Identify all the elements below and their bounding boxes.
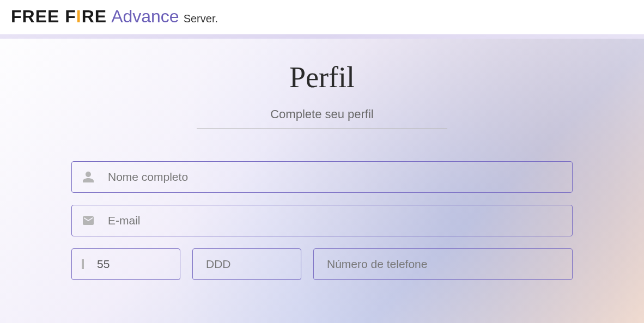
banner-strip [0, 34, 644, 39]
email-input[interactable] [108, 205, 562, 236]
page-title: Perfil [0, 60, 644, 94]
page-subtitle: Complete seu perfil [0, 107, 644, 121]
flag-icon [82, 259, 84, 269]
profile-form [71, 161, 573, 280]
email-field-wrap[interactable] [71, 205, 573, 236]
logo-freefire: FREE FIRE [11, 7, 107, 27]
name-input[interactable] [108, 162, 562, 192]
hero-section: Perfil Complete seu perfil [0, 39, 644, 323]
header: FREE FIRE Advance Server. [0, 0, 644, 34]
logo-server: Server. [184, 13, 218, 25]
logo-advance: Advance [111, 7, 179, 27]
phone-field-wrap[interactable] [313, 248, 573, 280]
flame-icon: I [76, 7, 82, 27]
ddd-field-wrap[interactable] [192, 248, 301, 280]
logo-free-text: FREE F [11, 7, 76, 26]
country-code-wrap[interactable] [71, 248, 180, 280]
person-icon [82, 170, 95, 184]
name-field-wrap[interactable] [71, 161, 573, 193]
logo-re-text: RE [82, 7, 107, 26]
phone-input[interactable] [327, 249, 559, 279]
email-icon [82, 214, 95, 227]
divider [197, 128, 447, 129]
